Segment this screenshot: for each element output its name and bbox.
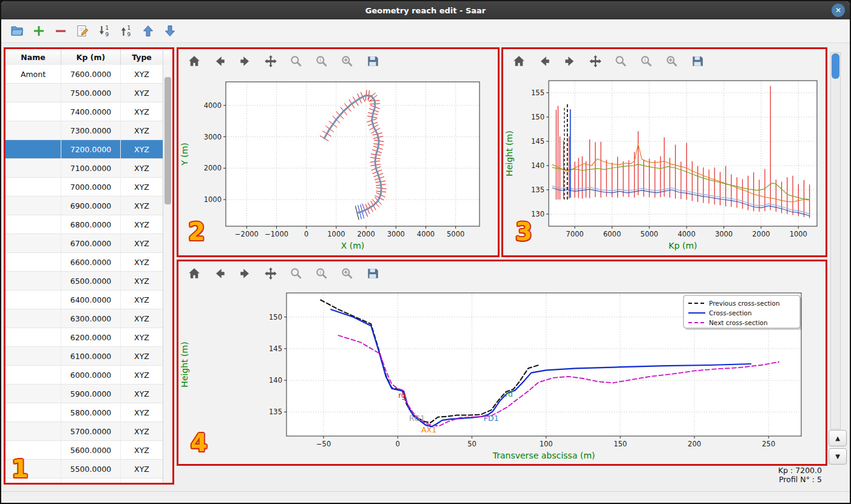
table-row[interactable]: 5500.0000XYZ [5, 460, 163, 479]
column-header-name[interactable]: Name [5, 49, 61, 65]
table-header: Name Kp (m) Type [5, 49, 172, 66]
app-toolbar: 1919 [1, 19, 850, 43]
table-cell [5, 102, 61, 121]
table-row[interactable]: 6500.0000XYZ [5, 272, 163, 291]
save-icon[interactable] [690, 54, 705, 69]
table-row[interactable]: 5900.0000XYZ [5, 385, 163, 403]
zoom-icon[interactable] [614, 54, 628, 69]
pan-icon[interactable] [263, 54, 278, 69]
table-row[interactable]: 6200.0000XYZ [5, 328, 163, 347]
table-row[interactable]: 7000.0000XYZ [5, 178, 163, 197]
pan-icon[interactable] [263, 266, 278, 281]
table-row[interactable]: 5700.0000XYZ [5, 422, 163, 441]
window-scrollbar[interactable] [830, 52, 841, 429]
table-cell: 7300.0000 [61, 121, 121, 139]
svg-text:Y (m): Y (m) [180, 143, 189, 166]
table-row[interactable]: 6700.0000XYZ [5, 234, 163, 253]
table-row[interactable]: 7300.0000XYZ [5, 121, 163, 140]
longitudinal-chart[interactable]: 7000600050004000300020001000130135140145… [503, 73, 826, 255]
table-row[interactable]: 5600.0000XYZ [5, 441, 163, 460]
zoom-rect-icon[interactable] [340, 54, 354, 69]
forward-icon[interactable] [238, 266, 253, 281]
table-cell: 6600.0000 [61, 253, 121, 271]
forward-icon[interactable] [238, 54, 253, 69]
table-scrollbar[interactable] [163, 65, 172, 483]
back-icon[interactable] [212, 266, 227, 281]
svg-text:200: 200 [688, 440, 701, 448]
svg-text:150: 150 [269, 313, 282, 321]
back-icon[interactable] [537, 54, 552, 69]
forward-icon[interactable] [563, 54, 577, 69]
svg-text:Next cross-section: Next cross-section [709, 319, 768, 326]
status-kp: Kp : 7200.0 [688, 466, 822, 475]
svg-text:X (m): X (m) [341, 241, 365, 250]
table-row[interactable]: 6300.0000XYZ [5, 309, 163, 328]
profile-up-button[interactable]: ▲ [829, 430, 847, 446]
zoom-rect-icon[interactable] [665, 54, 679, 69]
svg-text:135: 135 [531, 186, 544, 194]
table-scrollbar-thumb[interactable] [164, 77, 171, 204]
svg-text:2000: 2000 [357, 230, 375, 238]
table-row[interactable]: 7100.0000XYZ [5, 159, 163, 178]
svg-text:3000: 3000 [715, 230, 733, 238]
zoom-info-icon[interactable]: i [639, 54, 654, 69]
home-icon[interactable] [187, 54, 202, 69]
svg-text:1: 1 [127, 25, 131, 31]
close-button[interactable]: ✕ [832, 4, 845, 17]
table-cell: 6900.0000 [61, 197, 121, 215]
zoom-info-icon[interactable]: i [314, 266, 329, 281]
svg-text:Previous cross-section: Previous cross-section [709, 300, 780, 307]
table-cell [5, 460, 61, 478]
svg-text:2000: 2000 [204, 164, 222, 172]
cross-section-chart[interactable]: rgrdRG1AX1FD1Previous cross-sectionCross… [178, 286, 826, 464]
table-cell: XYZ [121, 309, 163, 328]
table-row[interactable]: 5800.0000XYZ [5, 403, 163, 422]
profile-down-button[interactable]: ▼ [829, 448, 847, 465]
table-row[interactable]: 6400.0000XYZ [5, 291, 163, 309]
svg-text:9: 9 [127, 32, 131, 38]
edit-icon[interactable] [75, 24, 90, 38]
home-icon[interactable] [512, 54, 526, 69]
table-row[interactable]: 5400.0000XYZ [5, 479, 163, 483]
svg-text:Cross-section: Cross-section [709, 309, 751, 317]
table-cell: XYZ [121, 347, 163, 365]
save-icon[interactable] [365, 266, 380, 281]
table-row[interactable]: 7400.0000XYZ [5, 102, 163, 121]
title-bar[interactable]: Geometry reach edit - Saar ✕ [1, 1, 850, 19]
back-icon[interactable] [212, 54, 227, 69]
zoom-rect-icon[interactable] [340, 266, 354, 281]
window-scrollbar-thumb[interactable] [832, 53, 839, 79]
mpl-toolbar: i [178, 49, 498, 73]
table-cell: 7200.0000 [61, 140, 121, 158]
table-row[interactable]: 7200.0000XYZ [5, 140, 163, 159]
table-row[interactable]: 6800.0000XYZ [5, 215, 163, 234]
add-row-icon[interactable] [32, 24, 46, 38]
table-row[interactable]: 7500.0000XYZ [5, 84, 163, 102]
table-row[interactable]: 6100.0000XYZ [5, 347, 163, 366]
table-cell [5, 441, 61, 459]
save-icon[interactable] [365, 54, 380, 69]
table-row[interactable]: 6000.0000XYZ [5, 366, 163, 385]
svg-text:Height (m): Height (m) [180, 341, 189, 387]
home-icon[interactable] [187, 266, 202, 281]
zoom-icon[interactable] [289, 54, 303, 69]
open-file-icon[interactable] [10, 24, 24, 38]
column-header-kp[interactable]: Kp (m) [61, 49, 121, 65]
svg-text:135: 135 [269, 408, 282, 416]
zoom-icon[interactable] [289, 266, 303, 281]
plan-view-chart[interactable]: −2000−1000010002000300040005000100020003… [178, 73, 498, 255]
sort-ascending-icon[interactable]: 19 [119, 24, 134, 38]
sort-descending-icon[interactable]: 19 [97, 24, 112, 38]
move-up-icon[interactable] [141, 24, 155, 38]
zoom-info-icon[interactable]: i [314, 54, 329, 69]
table-row[interactable]: 6900.0000XYZ [5, 197, 163, 215]
table-cell [5, 347, 61, 365]
move-down-icon[interactable] [163, 24, 177, 38]
table-row[interactable]: Amont7600.0000XYZ [5, 65, 163, 84]
pan-icon[interactable] [588, 54, 603, 69]
svg-text:RG1: RG1 [409, 414, 425, 423]
remove-row-icon[interactable] [53, 24, 68, 38]
column-header-type[interactable]: Type [121, 49, 163, 65]
table-row[interactable]: 6600.0000XYZ [5, 253, 163, 272]
svg-text:3000: 3000 [387, 230, 405, 238]
